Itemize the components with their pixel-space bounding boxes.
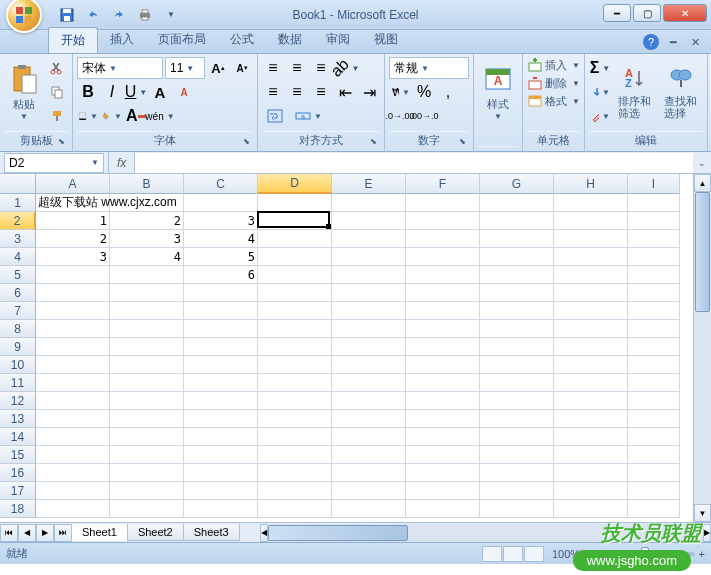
- page-layout-view-button[interactable]: [503, 546, 523, 562]
- cell[interactable]: [406, 410, 480, 428]
- font-color-icon[interactable]: A: [125, 105, 147, 127]
- cell[interactable]: [110, 302, 184, 320]
- cell[interactable]: [406, 230, 480, 248]
- format-cells-button[interactable]: 格式▼: [527, 93, 580, 109]
- office-button[interactable]: [6, 0, 42, 33]
- tab-1[interactable]: 插入: [98, 27, 146, 53]
- cell[interactable]: [36, 464, 110, 482]
- cell[interactable]: [628, 230, 680, 248]
- cell[interactable]: [406, 248, 480, 266]
- cell[interactable]: [480, 374, 554, 392]
- cell[interactable]: [184, 500, 258, 518]
- cell[interactable]: [628, 338, 680, 356]
- cell[interactable]: [184, 410, 258, 428]
- zoom-out-button[interactable]: −: [584, 548, 590, 560]
- cell[interactable]: [110, 482, 184, 500]
- font-size-combo[interactable]: 11▼: [165, 57, 205, 79]
- cell[interactable]: [258, 374, 332, 392]
- cell[interactable]: [554, 230, 628, 248]
- cell[interactable]: [110, 266, 184, 284]
- cell[interactable]: [332, 410, 406, 428]
- row-header[interactable]: 10: [0, 356, 36, 374]
- horizontal-scrollbar[interactable]: ◀ ▶: [260, 524, 711, 542]
- cell[interactable]: 4: [184, 230, 258, 248]
- sheet-nav-last-icon[interactable]: ⏭: [54, 524, 72, 542]
- cell[interactable]: 4: [110, 248, 184, 266]
- cell[interactable]: 5: [184, 248, 258, 266]
- cell[interactable]: [332, 338, 406, 356]
- cell[interactable]: [480, 266, 554, 284]
- cell[interactable]: [480, 230, 554, 248]
- cell[interactable]: [332, 212, 406, 230]
- cell[interactable]: [406, 392, 480, 410]
- cell[interactable]: [628, 392, 680, 410]
- row-header[interactable]: 8: [0, 320, 36, 338]
- cell[interactable]: [258, 428, 332, 446]
- column-header[interactable]: C: [184, 174, 258, 194]
- insert-cells-button[interactable]: 插入▼: [527, 57, 580, 73]
- cell[interactable]: [258, 356, 332, 374]
- cell[interactable]: [554, 320, 628, 338]
- cell[interactable]: [110, 428, 184, 446]
- sort-filter-button[interactable]: AZ 排序和 筛选: [613, 57, 657, 127]
- cell[interactable]: [258, 248, 332, 266]
- cell[interactable]: [628, 266, 680, 284]
- cell[interactable]: [332, 500, 406, 518]
- cell[interactable]: [110, 320, 184, 338]
- cell[interactable]: 超级下载站 www.cjxz.com: [36, 194, 110, 212]
- cell[interactable]: [258, 482, 332, 500]
- cell[interactable]: [628, 248, 680, 266]
- cut-icon[interactable]: [46, 57, 68, 79]
- sheet-tab[interactable]: Sheet3: [183, 524, 240, 541]
- align-top-icon[interactable]: ≡: [262, 57, 284, 79]
- cell[interactable]: [36, 374, 110, 392]
- cell[interactable]: 3: [110, 230, 184, 248]
- cell[interactable]: [258, 500, 332, 518]
- cell[interactable]: [184, 482, 258, 500]
- copy-icon[interactable]: [46, 81, 68, 103]
- cell[interactable]: 6: [184, 266, 258, 284]
- cell[interactable]: [258, 320, 332, 338]
- cell[interactable]: [480, 428, 554, 446]
- column-header[interactable]: H: [554, 174, 628, 194]
- zoom-level[interactable]: 100%: [552, 548, 580, 560]
- delete-cells-button[interactable]: 删除▼: [527, 75, 580, 91]
- cell[interactable]: [258, 464, 332, 482]
- cell[interactable]: [258, 302, 332, 320]
- cell[interactable]: [480, 500, 554, 518]
- cell[interactable]: [110, 284, 184, 302]
- row-header[interactable]: 7: [0, 302, 36, 320]
- cell[interactable]: [406, 500, 480, 518]
- cell[interactable]: [36, 338, 110, 356]
- row-header[interactable]: 5: [0, 266, 36, 284]
- cell[interactable]: [406, 428, 480, 446]
- cell[interactable]: [628, 320, 680, 338]
- formula-input[interactable]: [135, 153, 693, 173]
- cell[interactable]: [480, 302, 554, 320]
- cell[interactable]: [184, 464, 258, 482]
- cell[interactable]: [184, 320, 258, 338]
- cell[interactable]: [628, 302, 680, 320]
- cell[interactable]: [628, 464, 680, 482]
- cell[interactable]: [628, 374, 680, 392]
- cell[interactable]: [480, 284, 554, 302]
- redo-icon[interactable]: [108, 4, 130, 26]
- cell[interactable]: [110, 194, 184, 212]
- column-header[interactable]: D: [258, 174, 332, 194]
- tab-4[interactable]: 数据: [266, 27, 314, 53]
- cell[interactable]: [480, 194, 554, 212]
- cell[interactable]: [332, 374, 406, 392]
- cell[interactable]: [406, 194, 480, 212]
- tab-5[interactable]: 审阅: [314, 27, 362, 53]
- cell[interactable]: 3: [184, 212, 258, 230]
- row-header[interactable]: 15: [0, 446, 36, 464]
- cell[interactable]: [554, 266, 628, 284]
- cell[interactable]: [628, 482, 680, 500]
- select-all-corner[interactable]: [0, 174, 36, 194]
- cell[interactable]: [554, 356, 628, 374]
- column-header[interactable]: I: [628, 174, 680, 194]
- number-launcher-icon[interactable]: ⬊: [459, 137, 471, 149]
- cell[interactable]: [110, 356, 184, 374]
- cell[interactable]: [480, 410, 554, 428]
- page-break-view-button[interactable]: [524, 546, 544, 562]
